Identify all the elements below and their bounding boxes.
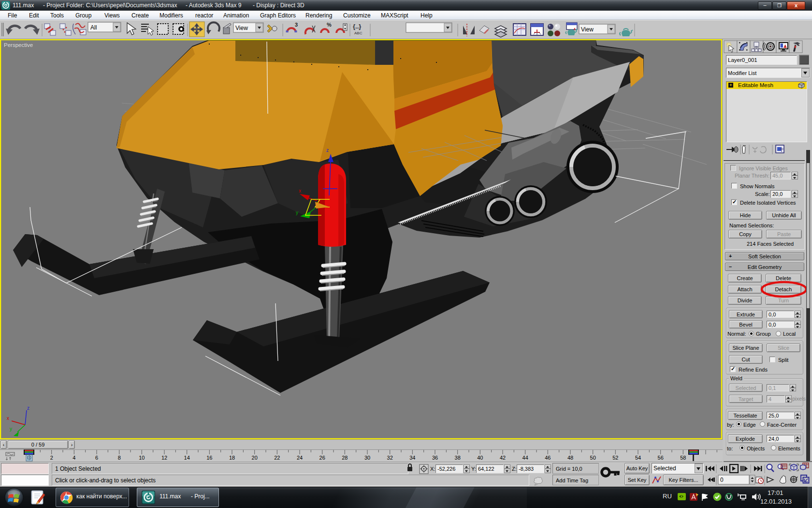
svg-text:50: 50	[590, 455, 596, 461]
svg-text:10: 10	[139, 455, 145, 461]
svg-text:46: 46	[545, 455, 551, 461]
svg-text:{..}: {..}	[353, 23, 361, 30]
svg-text:4: 4	[72, 455, 75, 461]
svg-text:3: 3	[295, 22, 298, 28]
svg-text:36: 36	[432, 455, 438, 461]
svg-text:38: 38	[455, 455, 461, 461]
svg-text:34: 34	[409, 455, 415, 461]
svg-text:View: View	[581, 26, 594, 33]
svg-text:y: y	[296, 210, 298, 215]
svg-text:22: 22	[274, 455, 280, 461]
svg-text:0: 0	[720, 477, 724, 483]
svg-text:x: x	[7, 416, 9, 421]
svg-text:32: 32	[387, 455, 393, 461]
svg-text:48: 48	[567, 455, 573, 461]
svg-text:28: 28	[342, 455, 348, 461]
svg-text:All: All	[90, 24, 97, 31]
svg-text:Perspective: Perspective	[4, 42, 33, 48]
svg-text:8: 8	[118, 455, 121, 461]
svg-text:12: 12	[161, 455, 167, 461]
svg-text:42: 42	[500, 455, 506, 461]
svg-text:54: 54	[635, 455, 641, 461]
svg-text:18: 18	[229, 455, 235, 461]
svg-text:6: 6	[95, 455, 98, 461]
svg-text:14: 14	[184, 455, 190, 461]
svg-text:ABC: ABC	[354, 31, 362, 35]
svg-text:y: y	[10, 426, 12, 432]
svg-text:26: 26	[319, 455, 325, 461]
svg-text:2: 2	[50, 455, 53, 461]
svg-text:56: 56	[658, 455, 664, 461]
svg-text:20: 20	[252, 455, 258, 461]
svg-text:View: View	[235, 25, 248, 31]
svg-text:x: x	[299, 188, 301, 194]
svg-text:24: 24	[297, 455, 303, 461]
svg-text:z: z	[27, 405, 29, 411]
svg-text:40: 40	[477, 455, 483, 461]
svg-text:52: 52	[612, 455, 618, 461]
svg-text:30: 30	[364, 455, 370, 461]
svg-text:58: 58	[680, 455, 686, 461]
svg-text:z: z	[326, 148, 329, 153]
svg-text:%: %	[327, 22, 332, 28]
svg-text:16: 16	[206, 455, 212, 461]
svg-text:44: 44	[522, 455, 528, 461]
